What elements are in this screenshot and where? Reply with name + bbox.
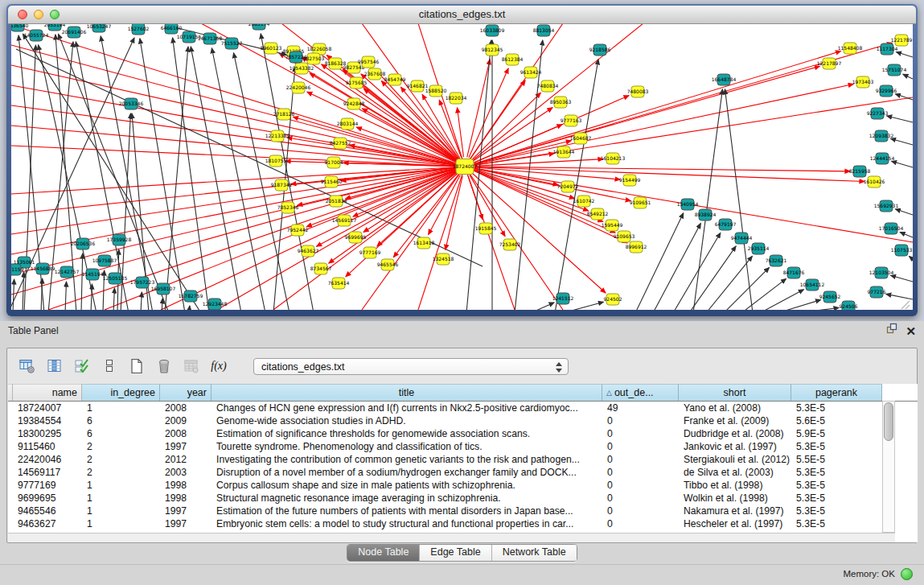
table-row[interactable]: 977716911998Corpus callosum shape and si…: [8, 479, 918, 492]
graph-node[interactable]: 12444154: [870, 153, 895, 164]
table-cell[interactable]: 6: [82, 414, 160, 427]
table-cell[interactable]: 5.3E-5: [791, 505, 882, 517]
table-cell[interactable]: 5.3E-5: [791, 402, 882, 414]
column-header-in_degree[interactable]: in_degree: [82, 384, 160, 401]
graph-node[interactable]: 9109653: [614, 231, 635, 242]
graph-node[interactable]: 8612384: [502, 54, 524, 65]
table-cell[interactable]: Estimation of significance thresholds fo…: [211, 427, 602, 440]
table-cell[interactable]: Estimation of the future numbers of pati…: [211, 505, 602, 517]
graph-node[interactable]: 12093832: [869, 130, 894, 142]
graph-node[interactable]: 12142757: [55, 266, 80, 278]
table-cell[interactable]: 2012: [160, 453, 211, 466]
function-builder-icon[interactable]: f(x): [208, 356, 229, 377]
network-canvas[interactable]: 1872400789601238912955182260589827503105…: [11, 24, 913, 310]
graph-node[interactable]: 10653247: [87, 24, 112, 32]
graph-node[interactable]: 1241512: [552, 293, 574, 304]
float-panel-icon[interactable]: [886, 321, 897, 340]
graph-node[interactable]: 9699695: [345, 232, 367, 243]
table-cell[interactable]: Structural magnetic resonance image aver…: [211, 492, 602, 505]
graph-node[interactable]: 9777169: [359, 247, 381, 258]
table-cell[interactable]: Tibbo et al. (1998): [679, 479, 791, 492]
graph-node[interactable]: 16958107: [151, 283, 176, 295]
table-selector-dropdown[interactable]: citations_edges.txt: [253, 358, 569, 375]
table-cell[interactable]: Yano et al. (2008): [679, 402, 791, 414]
import-table-icon[interactable]: [181, 356, 202, 377]
table-cell[interactable]: Jankovic et al. (1997): [679, 440, 791, 453]
graph-node[interactable]: 1145194: [82, 269, 104, 280]
network-graph[interactable]: 1872400789601238912955182260589827503105…: [11, 24, 913, 310]
table-row[interactable]: 2242004622012Investigating the contribut…: [8, 453, 918, 466]
graph-node[interactable]: 9463627: [298, 245, 319, 257]
graph-node[interactable]: 12923448: [203, 299, 228, 310]
table-row[interactable]: 946362711997Embryonic stem cells: a mode…: [8, 517, 918, 530]
graph-node[interactable]: 9227343: [867, 108, 889, 119]
table-cell[interactable]: Embryonic stem cells: a model to study s…: [211, 517, 602, 530]
table-cell[interactable]: 1998: [160, 492, 211, 505]
table-cell[interactable]: Franke et al. (2009): [679, 414, 791, 427]
graph-node[interactable]: 2636540: [11, 24, 29, 31]
graph-node[interactable]: 1973403: [852, 76, 874, 88]
table-cell[interactable]: 2003: [160, 466, 211, 479]
table-cell[interactable]: 2: [82, 453, 160, 466]
graph-node[interactable]: 1527602: [128, 24, 150, 35]
graph-node[interactable]: 7253402: [499, 239, 521, 250]
delete-table-icon[interactable]: [154, 356, 175, 377]
close-window-button[interactable]: [18, 10, 27, 19]
graph-node[interactable]: 10654112: [800, 279, 825, 290]
graph-node[interactable]: 1221789: [891, 35, 913, 46]
graph-node[interactable]: 16648784: [712, 74, 737, 85]
table-cell[interactable]: 0: [602, 466, 679, 479]
table-cell[interactable]: 1: [82, 505, 160, 517]
graph-node[interactable]: 12217897: [817, 58, 842, 69]
table-cell[interactable]: 14569117: [13, 466, 82, 479]
graph-node[interactable]: 9109651: [630, 197, 651, 208]
graph-node[interactable]: 9465546: [377, 259, 399, 270]
graph-node[interactable]: 2083174: [248, 24, 270, 30]
tab-edge-table[interactable]: Edge Table: [419, 545, 491, 561]
graph-node[interactable]: 17016504: [879, 223, 904, 234]
graph-node[interactable]: 9154499: [619, 175, 641, 186]
graph-node[interactable]: 2935114: [748, 243, 770, 254]
close-panel-icon[interactable]: ✕: [906, 325, 916, 337]
table-cell[interactable]: Disruption of a novel member of a sodium…: [211, 466, 602, 479]
graph-node[interactable]: 8950363: [550, 97, 572, 108]
table-row[interactable]: 911546021997Tourette syndrome. Phenomeno…: [8, 440, 918, 453]
graph-node[interactable]: 8471676: [783, 267, 805, 278]
table-cell[interactable]: 19384554: [13, 414, 82, 427]
graph-node[interactable]: 1613418: [413, 237, 435, 249]
column-header-pagerank[interactable]: pagerank: [791, 384, 882, 401]
table-row[interactable]: 946554611997Estimation of the future num…: [8, 505, 918, 517]
graph-node[interactable]: 8734567: [310, 263, 332, 274]
graph-node[interactable]: 9187342: [271, 179, 293, 191]
table-cell[interactable]: 18724007: [13, 402, 82, 414]
graph-node[interactable]: 7635414: [328, 278, 350, 289]
graph-node[interactable]: 14055724: [24, 30, 49, 41]
graph-node[interactable]: 9474444: [731, 233, 753, 244]
table-cell[interactable]: 1: [82, 517, 160, 530]
table-row[interactable]: 1830029562008Estimation of significance …: [8, 427, 918, 440]
new-table-icon[interactable]: [126, 356, 147, 377]
graph-node[interactable]: 10975887: [92, 255, 117, 266]
tab-network-table[interactable]: Network Table: [491, 545, 577, 561]
graph-node[interactable]: 6466160: [161, 24, 183, 34]
graph-node[interactable]: 15751074: [882, 64, 907, 76]
table-row[interactable]: 1456911722003Disruption of a novel membe…: [8, 466, 918, 479]
table-cell[interactable]: 5.6E-5: [791, 414, 882, 427]
table-cell[interactable]: 1997: [160, 517, 211, 530]
graph-node[interactable]: 1610426: [864, 176, 885, 187]
table-cell[interactable]: 1998: [160, 479, 211, 492]
table-cell[interactable]: 0: [602, 453, 679, 466]
table-cell[interactable]: 1997: [160, 505, 211, 517]
graph-node[interactable]: 14569117: [332, 215, 357, 226]
graph-node[interactable]: 8454749: [384, 74, 406, 85]
graph-node[interactable]: 924502: [604, 294, 622, 305]
table-cell[interactable]: 0: [602, 479, 679, 492]
graph-node[interactable]: 9812345: [482, 44, 503, 56]
table-cell[interactable]: 9465546: [13, 505, 82, 517]
graph-node[interactable]: 8813054: [533, 25, 555, 36]
graph-node[interactable]: 917004: [325, 157, 343, 168]
graph-node[interactable]: 9329966: [876, 85, 897, 97]
table-cell[interactable]: 0: [602, 414, 679, 427]
graph-node[interactable]: 17359928: [107, 234, 132, 245]
table-cell[interactable]: Dudbridge et al. (2008): [679, 427, 791, 440]
